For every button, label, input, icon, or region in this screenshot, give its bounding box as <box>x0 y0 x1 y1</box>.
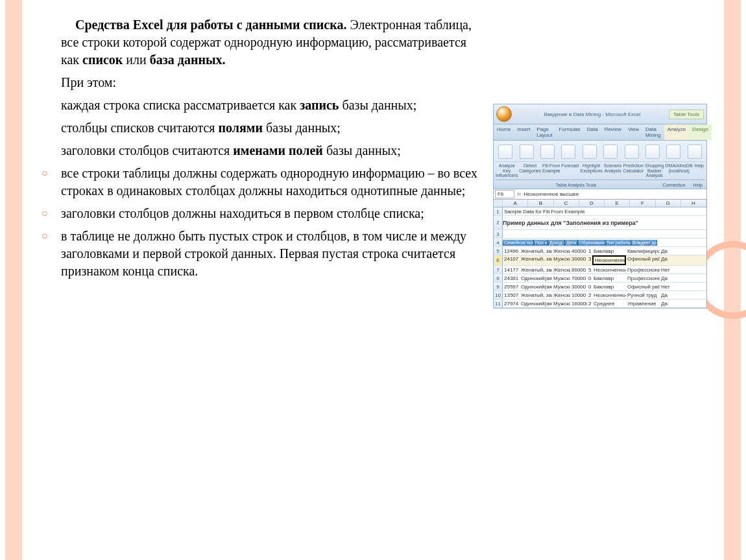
cell: Мужской <box>552 300 570 307</box>
table-row: 512496Женатый, замужЖенский400001Баклавр… <box>494 247 706 255</box>
cell: Неоконченное выс <box>592 292 626 299</box>
table-row: 1013507Женатый, замужЖенский100002Неокон… <box>494 291 706 299</box>
column-letter <box>494 200 503 207</box>
table-row: 824381Одинокий(ая)Мужской700000БаклаврПр… <box>494 274 706 283</box>
table-header: Доход <box>548 240 565 246</box>
p5-t2: базы данных; <box>323 143 401 158</box>
table-header: Владеет дом <box>631 240 657 246</box>
column-letter: E <box>605 200 630 207</box>
ribbon-icon <box>520 145 534 159</box>
cell: Да <box>660 292 670 299</box>
fx-icon: fx <box>517 191 521 197</box>
cell: Женатый, замуж <box>520 255 552 265</box>
cell: 24107 <box>503 255 520 265</box>
worksheet: 1 Sample Data for Fill From Example 2 Пр… <box>494 207 706 308</box>
cell: Среднее <box>592 300 626 307</box>
row-number: 10 <box>494 291 503 299</box>
tab-design: Design <box>689 124 712 140</box>
column-letter: C <box>554 200 579 207</box>
p3-t2: базы данных; <box>339 98 416 112</box>
cell: 30000 <box>570 255 587 265</box>
cell: Одинокий(ая) <box>520 300 552 307</box>
tab-review: Review <box>601 124 625 140</box>
ribbon-labels: Analyze Key InfluencersDetect Categories… <box>495 161 705 180</box>
bullet-list: все строки таблицы должны содержать одно… <box>39 165 483 280</box>
p4-b: полями <box>219 121 263 135</box>
ribbon-group-bar: Table Analysis Tools Connection Help <box>494 181 706 189</box>
row-number: 5 <box>494 247 503 255</box>
slide-content: Средства Excel для работы с данными спис… <box>39 16 707 544</box>
row-number: 7 <box>494 266 503 274</box>
tab-data-mining: Data Mining <box>642 124 664 140</box>
ribbon-icon <box>688 145 702 159</box>
cell: Женский <box>552 266 570 274</box>
tab-page-layout: Page Layout <box>533 124 555 140</box>
row-number: 11 <box>494 299 503 307</box>
group-help: Help <box>690 181 706 189</box>
cell: Мужской <box>552 255 570 265</box>
cell: Женский <box>552 292 570 299</box>
row-3: 3 <box>494 230 706 239</box>
column-letter: F <box>630 200 655 207</box>
cell: Женатый, замуж <box>520 292 552 299</box>
p5-b: именами полей <box>233 143 323 158</box>
cell: Офисный работ <box>626 255 660 265</box>
cell: Офисный работ <box>626 283 660 290</box>
cell: Да <box>660 248 670 255</box>
name-box: F6 <box>495 190 514 198</box>
ribbon: Analyze Key InfluencersDetect Categories… <box>494 141 706 181</box>
group-table-tools: Table Analysis Tools <box>494 181 658 189</box>
table-header: Дети <box>565 240 578 246</box>
cell: Да <box>660 275 670 282</box>
cell: 80000 <box>570 266 587 274</box>
ribbon-label: Shopping Basket Analysis <box>644 162 665 180</box>
row-number: 6 <box>494 255 503 265</box>
ribbon-icon <box>498 145 512 159</box>
group-connection: Connection <box>658 181 689 189</box>
tab-insert: Insert <box>514 124 533 140</box>
row2-text: Пример данных для "Заполнения из примера… <box>503 220 638 226</box>
ribbon-label: Help <box>693 162 705 180</box>
table-row: 1127974Одинокий(ая)Мужской1600002Среднее… <box>494 299 706 308</box>
row-2: 2 Пример данных для "Заполнения из приме… <box>494 216 706 230</box>
row-number: 1 <box>494 207 503 215</box>
bullet-2: заголовки столбцов должны находиться в п… <box>39 205 483 222</box>
ribbon-icon <box>603 145 618 159</box>
ribbon-label: Scenario Analysis <box>603 162 623 180</box>
column-letter: H <box>681 200 706 207</box>
paragraph-priedom: При этом: <box>39 74 483 91</box>
cell: Женский <box>552 248 570 255</box>
ribbon-label: Fill From Example <box>542 162 560 180</box>
cell: 160000 <box>570 300 587 307</box>
cell: 2 <box>587 300 592 307</box>
row-number: 2 <box>494 216 503 229</box>
row-number: 8 <box>494 274 503 282</box>
cell: 3 <box>587 255 592 265</box>
cell: Ручной труд <box>626 292 660 299</box>
cell: Нет <box>660 283 670 290</box>
intro-bold-list: список <box>82 52 123 67</box>
excel-screenshot: Введение в Data Mining - Microsoft Excel… <box>493 104 707 309</box>
cell: 14177 <box>503 266 520 274</box>
cell: 27974 <box>503 300 520 307</box>
cell: Неоконченное выс <box>592 266 626 274</box>
formula-bar: F6 fx Неоконченное высшее <box>494 189 706 200</box>
cell: Одинокий(ая) <box>520 283 552 290</box>
p3-b: запись <box>300 98 339 112</box>
ribbon-label: Analyze Key Influencers <box>495 162 518 180</box>
ribbon-label: Forecast <box>560 162 579 180</box>
row1-text: Sample Data for Fill From Example <box>503 208 586 215</box>
paragraph-intro: Средства Excel для работы с данными спис… <box>39 16 483 69</box>
ribbon-icon <box>583 145 597 159</box>
row-4-headers: 4 Семейное полоПолДоходДетиОбразованиеТи… <box>494 239 706 247</box>
cell: Мужской <box>552 275 570 282</box>
cell: Профессионал <box>626 275 660 282</box>
cell: 24381 <box>503 275 520 282</box>
cell: 0 <box>587 283 592 290</box>
cell: Баклавр <box>592 283 626 290</box>
cell: Мужской <box>552 283 570 290</box>
ribbon-tabs: HomeInsertPage LayoutFormulasDataReviewV… <box>494 124 706 141</box>
tab-view: View <box>625 124 642 140</box>
table-row: 714177Женатый, замужЖенский800005Неоконч… <box>494 266 706 274</box>
cell: 10000 <box>570 292 587 299</box>
